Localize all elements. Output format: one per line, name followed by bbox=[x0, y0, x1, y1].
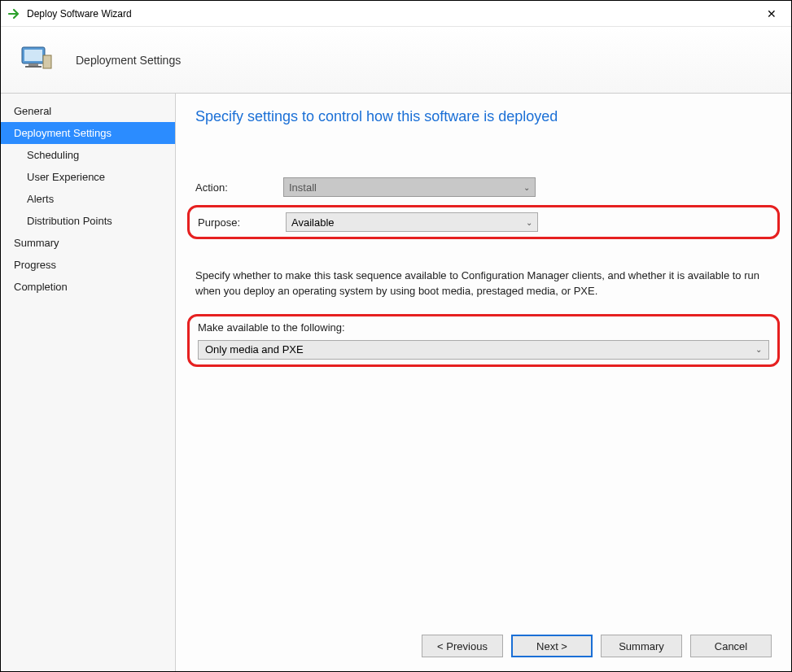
wizard-nav: General Deployment Settings Scheduling U… bbox=[1, 94, 176, 672]
wizard-header: Deployment Settings bbox=[1, 27, 791, 94]
svg-rect-4 bbox=[43, 55, 51, 68]
page-title: Deployment Settings bbox=[76, 54, 181, 67]
computer-deploy-icon bbox=[17, 41, 56, 80]
action-label: Action: bbox=[195, 181, 283, 194]
main-heading: Specify settings to control how this sof… bbox=[195, 108, 772, 125]
purpose-select[interactable]: Available ⌄ bbox=[286, 212, 538, 232]
svg-rect-2 bbox=[28, 63, 38, 66]
wizard-arrow-icon bbox=[7, 7, 22, 21]
purpose-label: Purpose: bbox=[198, 216, 286, 229]
action-row: Action: Install ⌄ bbox=[195, 177, 772, 197]
nav-user-experience[interactable]: User Experience bbox=[1, 166, 175, 188]
summary-button[interactable]: Summary bbox=[601, 635, 682, 657]
next-button[interactable]: Next > bbox=[511, 635, 593, 657]
help-text: Specify whether to make this task sequen… bbox=[195, 268, 772, 299]
purpose-value: Available bbox=[291, 216, 335, 229]
nav-progress[interactable]: Progress bbox=[1, 254, 175, 276]
svg-rect-1 bbox=[24, 50, 42, 61]
make-available-highlight: Make available to the following: Only me… bbox=[187, 314, 780, 367]
previous-button[interactable]: < Previous bbox=[422, 635, 503, 657]
make-available-select[interactable]: Only media and PXE ⌄ bbox=[198, 340, 769, 360]
svg-rect-3 bbox=[25, 66, 42, 68]
button-bar: < Previous Next > Summary Cancel bbox=[422, 635, 772, 657]
purpose-highlight: Purpose: Available ⌄ bbox=[187, 205, 780, 239]
cancel-button[interactable]: Cancel bbox=[690, 635, 772, 657]
nav-deployment-settings[interactable]: Deployment Settings bbox=[1, 122, 175, 144]
nav-completion[interactable]: Completion bbox=[1, 276, 175, 298]
nav-general[interactable]: General bbox=[1, 100, 175, 122]
main-panel: Specify settings to control how this sof… bbox=[176, 94, 791, 672]
window-title: Deploy Software Wizard bbox=[27, 8, 759, 20]
action-value: Install bbox=[289, 181, 317, 194]
make-available-label: Make available to the following: bbox=[198, 321, 769, 334]
chevron-down-icon: ⌄ bbox=[526, 218, 532, 227]
action-select: Install ⌄ bbox=[283, 177, 536, 197]
make-available-value: Only media and PXE bbox=[205, 343, 304, 356]
chevron-down-icon: ⌄ bbox=[755, 345, 762, 354]
nav-distribution-points[interactable]: Distribution Points bbox=[1, 210, 175, 232]
nav-alerts[interactable]: Alerts bbox=[1, 188, 175, 210]
nav-scheduling[interactable]: Scheduling bbox=[1, 144, 175, 166]
titlebar: Deploy Software Wizard ✕ bbox=[1, 1, 791, 27]
close-button[interactable]: ✕ bbox=[759, 7, 785, 20]
nav-summary[interactable]: Summary bbox=[1, 232, 175, 254]
chevron-down-icon: ⌄ bbox=[523, 183, 530, 192]
